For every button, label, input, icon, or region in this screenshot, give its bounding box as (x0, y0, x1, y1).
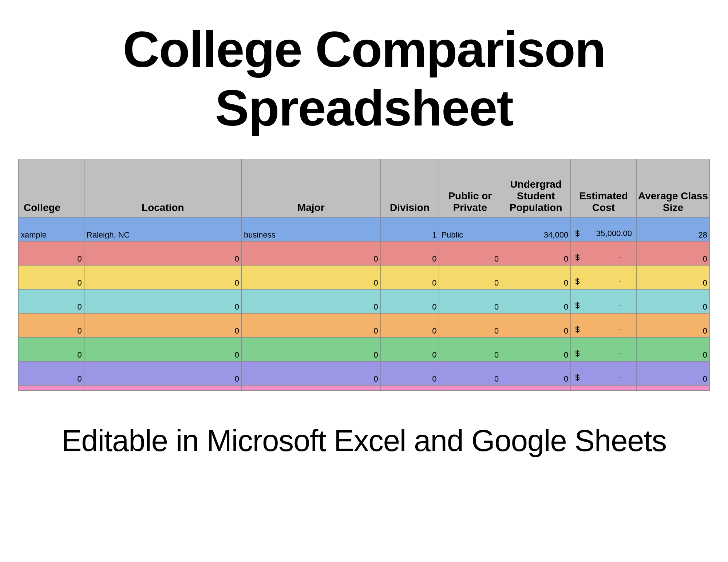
header-major: Major (241, 159, 380, 218)
table-row: 000000$-0 (19, 242, 710, 266)
cell-cost[interactable]: $- (571, 338, 637, 362)
cell-major[interactable]: 0 (241, 338, 380, 362)
cell-cost[interactable]: $- (571, 266, 637, 290)
table-row: 000000$-0 (19, 362, 710, 386)
cost-value: - (618, 253, 632, 262)
cell-empty[interactable] (501, 386, 571, 391)
cell-location[interactable]: 0 (84, 242, 241, 266)
cell-empty[interactable] (241, 386, 380, 391)
cell-population[interactable]: 0 (501, 338, 571, 362)
cell-population[interactable]: 0 (501, 314, 571, 338)
cell-empty[interactable] (439, 386, 501, 391)
cell-location[interactable]: 0 (84, 266, 241, 290)
cell-college[interactable]: 0 (19, 314, 84, 338)
cell-major[interactable]: 0 (241, 242, 380, 266)
spreadsheet-container: College Location Major Division Public o… (18, 159, 710, 391)
cell-major[interactable]: 0 (241, 362, 380, 386)
cell-population[interactable]: 0 (501, 242, 571, 266)
cell-college[interactable]: 0 (19, 338, 84, 362)
cell-location[interactable]: Raleigh, NC (84, 218, 241, 242)
table-row: xampleRaleigh, NCbusiness1Public34,000$3… (19, 218, 710, 242)
cell-college[interactable]: xample (19, 218, 84, 242)
cost-value: 35,000.00 (596, 229, 632, 238)
cell-pubpriv[interactable]: 0 (439, 314, 501, 338)
cell-major[interactable]: 0 (241, 314, 380, 338)
cell-empty[interactable] (380, 386, 439, 391)
cell-population[interactable]: 0 (501, 290, 571, 314)
cell-division[interactable]: 0 (380, 290, 439, 314)
cost-currency: $ (575, 229, 579, 238)
cell-college[interactable]: 0 (19, 290, 84, 314)
cell-division[interactable]: 0 (380, 266, 439, 290)
cell-location[interactable]: 0 (84, 290, 241, 314)
cell-division[interactable]: 0 (380, 338, 439, 362)
table-row: 000000$-0 (19, 338, 710, 362)
header-location: Location (84, 159, 241, 218)
cost-value: - (618, 373, 632, 382)
cell-major[interactable]: business (241, 218, 380, 242)
title-line-1: College Comparison (123, 21, 605, 78)
spreadsheet-table: College Location Major Division Public o… (18, 159, 710, 391)
cell-empty[interactable] (19, 386, 84, 391)
cell-major[interactable]: 0 (241, 266, 380, 290)
cell-pubpriv[interactable]: 0 (439, 242, 501, 266)
cell-division[interactable]: 0 (380, 314, 439, 338)
cell-classsize[interactable]: 0 (636, 338, 709, 362)
footer-text: Editable in Microsoft Excel and Google S… (62, 423, 666, 458)
cell-location[interactable]: 0 (84, 338, 241, 362)
cell-population[interactable]: 0 (501, 266, 571, 290)
cell-classsize[interactable]: 0 (636, 290, 709, 314)
cost-value: - (618, 349, 632, 358)
cell-classsize[interactable]: 0 (636, 362, 709, 386)
cost-value: - (618, 277, 632, 286)
cell-empty[interactable] (571, 386, 637, 391)
table-row: 000000$-0 (19, 314, 710, 338)
cell-cost[interactable]: $- (571, 362, 637, 386)
cost-currency: $ (575, 301, 579, 310)
cell-college[interactable]: 0 (19, 242, 84, 266)
cell-location[interactable]: 0 (84, 362, 241, 386)
cell-college[interactable]: 0 (19, 266, 84, 290)
cell-classsize[interactable]: 28 (636, 218, 709, 242)
header-row: College Location Major Division Public o… (19, 159, 710, 218)
cell-classsize[interactable]: 0 (636, 242, 709, 266)
cost-currency: $ (575, 325, 579, 334)
table-row: 000000$-0 (19, 266, 710, 290)
cost-currency: $ (575, 373, 579, 382)
cell-classsize[interactable]: 0 (636, 314, 709, 338)
cell-empty[interactable] (636, 386, 709, 391)
header-division: Division (380, 159, 439, 218)
cell-pubpriv[interactable]: Public (439, 218, 501, 242)
cell-cost[interactable]: $35,000.00 (571, 218, 637, 242)
cell-location[interactable]: 0 (84, 314, 241, 338)
cell-college[interactable]: 0 (19, 362, 84, 386)
cell-empty[interactable] (84, 386, 241, 391)
header-population: Undergrad Student Population (501, 159, 571, 218)
header-pubpriv: Public or Private (439, 159, 501, 218)
cell-division[interactable]: 0 (380, 242, 439, 266)
cell-pubpriv[interactable]: 0 (439, 362, 501, 386)
cost-currency: $ (575, 349, 579, 358)
cell-division[interactable]: 0 (380, 362, 439, 386)
page-title: College Comparison Spreadsheet (123, 20, 605, 137)
table-row: 000000$-0 (19, 290, 710, 314)
cell-cost[interactable]: $- (571, 314, 637, 338)
cost-currency: $ (575, 277, 579, 286)
cell-cost[interactable]: $- (571, 242, 637, 266)
cell-major[interactable]: 0 (241, 290, 380, 314)
cell-pubpriv[interactable]: 0 (439, 266, 501, 290)
cost-value: - (618, 301, 632, 310)
header-classsize: Average Class Size (636, 159, 709, 218)
table-row (19, 386, 710, 391)
cell-classsize[interactable]: 0 (636, 266, 709, 290)
cell-pubpriv[interactable]: 0 (439, 338, 501, 362)
cell-population[interactable]: 0 (501, 362, 571, 386)
cost-currency: $ (575, 253, 579, 262)
header-cost: Estimated Cost (571, 159, 637, 218)
cell-division[interactable]: 1 (380, 218, 439, 242)
cell-pubpriv[interactable]: 0 (439, 290, 501, 314)
cell-population[interactable]: 34,000 (501, 218, 571, 242)
title-line-2: Spreadsheet (215, 79, 513, 136)
cost-value: - (618, 325, 632, 334)
cell-cost[interactable]: $- (571, 290, 637, 314)
